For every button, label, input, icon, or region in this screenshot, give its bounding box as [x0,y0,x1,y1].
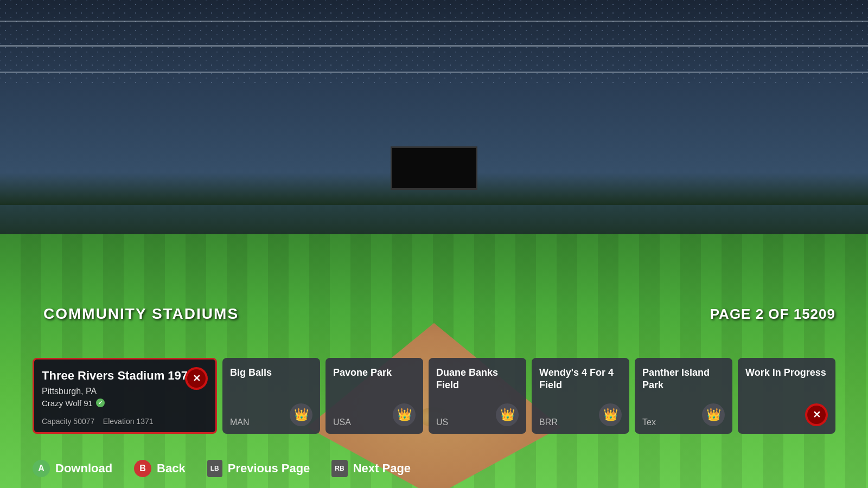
no-badge-work-in-progress: ✕ [805,403,828,426]
nav-back[interactable]: B Back [134,460,186,477]
card-name-big-balls: Big Balls [230,367,312,379]
stadium-card-work-in-progress[interactable]: Work In Progress ✕ [738,358,835,434]
nav-next-page[interactable]: RB Next Page [331,460,411,477]
stadium-card-pavone-park[interactable]: Pavone Park USA 👑 [326,358,423,434]
x-mark-icon: ✕ [193,373,201,384]
crown-badge-panther-island: 👑 [702,403,725,426]
nav-previous-page[interactable]: LB Previous Page [207,460,310,477]
crown-badge-big-balls: 👑 [290,403,312,426]
bottom-navigation: A Download B Back LB Previous Page RB Ne… [33,460,411,477]
card-name-pavone-park: Pavone Park [333,367,416,379]
x-mark-icon-wip: ✕ [813,409,821,421]
scoreboard [391,146,477,190]
stadium-background: Community Stadiums PAGE 2 OF 15209 Three… [0,0,868,488]
stands-tier-2 [0,45,868,47]
a-button[interactable]: A [33,460,50,477]
download-label: Download [55,461,112,476]
previous-page-label: Previous Page [228,461,310,476]
crown-badge-pavone-park: 👑 [393,403,416,426]
selected-card-name: Three Rivers Stadium 1970 [42,368,208,383]
stadium-card-panther-island[interactable]: Panther Island Park Tex 👑 [635,358,732,434]
back-label: Back [157,461,186,476]
selected-stadium-card[interactable]: Three Rivers Stadium 1970 Pittsburgh, PA… [33,358,217,434]
selected-card-location: Pittsburgh, PA [42,387,208,396]
crown-badge-wendys-field: 👑 [599,403,622,426]
b-button[interactable]: B [134,460,151,477]
stadium-card-big-balls[interactable]: Big Balls MAN 👑 [222,358,320,434]
selected-no-badge: ✕ [185,367,208,390]
lb-button[interactable]: LB [207,460,222,477]
card-name-work-in-progress: Work In Progress [745,367,828,379]
stadium-card-wendys-field[interactable]: Wendy's 4 For 4 Field BRR 👑 [532,358,629,434]
selected-card-stats: Capacity 50077 Elevation 1371 [42,417,208,426]
rb-button[interactable]: RB [331,460,347,477]
card-name-duane-banks: Duane Banks Field [436,367,519,391]
stadium-card-duane-banks[interactable]: Duane Banks Field US 👑 [429,358,526,434]
nav-download[interactable]: A Download [33,460,112,477]
section-title: Community Stadiums [43,305,239,323]
stands-tier-1 [0,21,868,22]
stadium-cards-container: Three Rivers Stadium 1970 Pittsburgh, PA… [33,358,835,434]
xbox-icon: ✓ [96,399,105,407]
page-indicator: PAGE 2 OF 15209 [710,306,835,323]
card-name-wendys-field: Wendy's 4 For 4 Field [539,367,622,391]
crown-badge-duane-banks: 👑 [496,403,519,426]
card-name-panther-island: Panther Island Park [642,367,725,391]
stands-tier-3 [0,72,868,73]
next-page-label: Next Page [353,461,411,476]
selected-card-author: Crazy Wolf 91 ✓ [42,399,208,408]
